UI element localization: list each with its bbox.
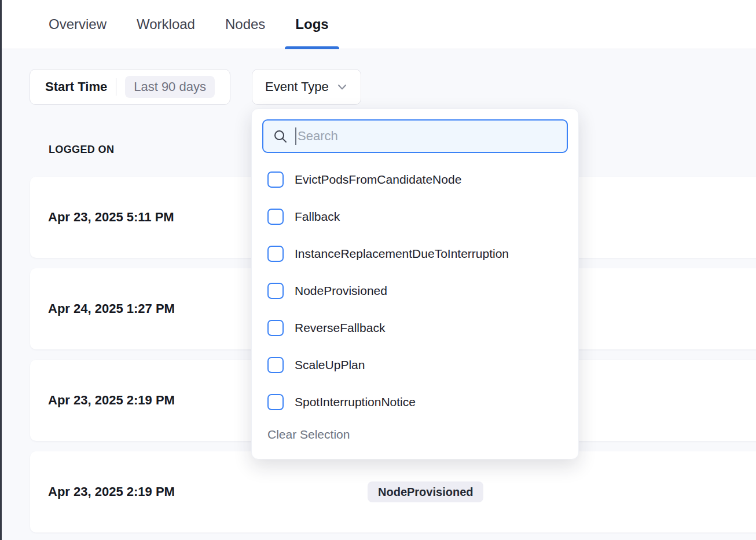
tab-nodes[interactable]: Nodes <box>215 0 276 49</box>
option-label: EvictPodsFromCandidateNode <box>295 173 461 187</box>
option-label: InstanceReplacementDueToInterruption <box>295 247 509 261</box>
checkbox-icon[interactable] <box>267 283 284 299</box>
event-type-badge: NodeProvisioned <box>368 481 483 502</box>
option-label: SpotInterruptionNotice <box>295 395 416 409</box>
event-type-filter[interactable]: Event Type <box>252 69 361 105</box>
search-input[interactable] <box>298 129 557 144</box>
option-label: ReverseFallback <box>295 321 385 335</box>
option-reversefallback[interactable]: ReverseFallback <box>262 309 568 346</box>
tab-overview[interactable]: Overview <box>38 0 117 49</box>
event-type-dropdown: EvictPodsFromCandidateNode Fallback Inst… <box>251 108 579 459</box>
column-header-logged-on: LOGGED ON <box>49 144 114 156</box>
app-left-edge <box>0 0 2 540</box>
checkbox-icon[interactable] <box>267 320 284 336</box>
option-scaleupplan[interactable]: ScaleUpPlan <box>262 346 568 384</box>
option-spotinterruptionnotice[interactable]: SpotInterruptionNotice <box>262 384 568 421</box>
event-type-label: Event Type <box>265 79 329 94</box>
dropdown-search-box[interactable] <box>262 119 568 153</box>
tab-bar: Overview Workload Nodes Logs <box>0 0 756 49</box>
option-evictpodsfromcandidatenode[interactable]: EvictPodsFromCandidateNode <box>262 161 568 198</box>
table-row[interactable]: Apr 23, 2025 2:19 PM NodeProvisioned <box>30 451 756 532</box>
option-label: Fallback <box>295 210 340 224</box>
event-type-options: EvictPodsFromCandidateNode Fallback Inst… <box>262 161 568 421</box>
option-nodeprovisioned[interactable]: NodeProvisioned <box>262 272 568 309</box>
checkbox-icon[interactable] <box>267 394 284 410</box>
clear-selection-link[interactable]: Clear Selection <box>262 428 350 442</box>
option-label: ScaleUpPlan <box>295 358 365 372</box>
checkbox-icon[interactable] <box>267 209 284 225</box>
chevron-down-icon <box>336 81 348 93</box>
logged-on-value: Apr 23, 2025 5:11 PM <box>48 210 174 225</box>
logged-on-value: Apr 23, 2025 2:19 PM <box>48 484 175 499</box>
checkbox-icon[interactable] <box>267 172 284 188</box>
search-icon <box>273 129 288 144</box>
logged-on-value: Apr 24, 2025 1:27 PM <box>48 301 175 316</box>
option-instancereplacementduetointerruption[interactable]: InstanceReplacementDueToInterruption <box>262 235 568 272</box>
filter-divider <box>116 78 116 96</box>
start-time-label: Start Time <box>45 79 107 94</box>
start-time-filter[interactable]: Start Time Last 90 days <box>30 69 230 105</box>
tab-logs[interactable]: Logs <box>285 0 339 49</box>
checkbox-icon[interactable] <box>267 246 284 262</box>
logged-on-value: Apr 23, 2025 2:19 PM <box>48 393 175 408</box>
tab-workload[interactable]: Workload <box>126 0 205 49</box>
option-fallback[interactable]: Fallback <box>262 198 568 235</box>
text-cursor <box>295 127 296 145</box>
checkbox-icon[interactable] <box>267 357 284 373</box>
start-time-value: Last 90 days <box>125 76 215 98</box>
option-label: NodeProvisioned <box>295 284 387 298</box>
